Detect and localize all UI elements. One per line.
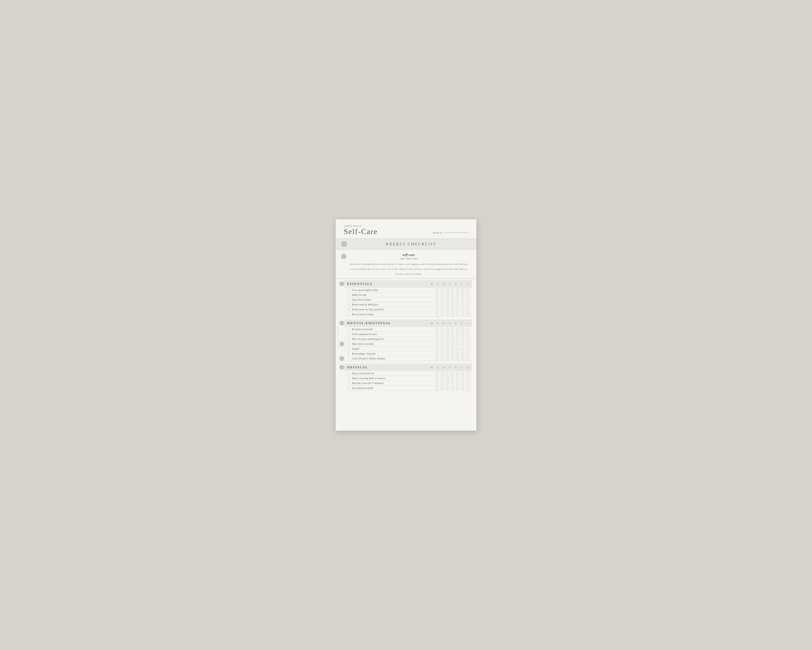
checkbox[interactable]: [446, 347, 449, 350]
checkbox[interactable]: [441, 357, 444, 360]
checkbox[interactable]: [456, 338, 459, 340]
checkbox[interactable]: [435, 377, 438, 380]
checkbox[interactable]: [456, 352, 459, 355]
checkbox[interactable]: [441, 298, 444, 301]
checkbox[interactable]: [456, 372, 459, 375]
checkbox[interactable]: [441, 382, 444, 385]
checkbox[interactable]: [451, 382, 454, 385]
checkbox[interactable]: [451, 298, 454, 301]
checkbox[interactable]: [461, 313, 464, 316]
checkbox[interactable]: [451, 347, 454, 350]
checkbox[interactable]: [446, 357, 449, 360]
checkbox[interactable]: [441, 352, 444, 355]
checkbox[interactable]: [466, 377, 469, 380]
checkbox[interactable]: [441, 303, 444, 306]
checkbox[interactable]: [441, 308, 444, 311]
checkbox[interactable]: [456, 303, 459, 306]
checkbox[interactable]: [446, 352, 449, 355]
checkbox[interactable]: [466, 313, 469, 316]
checkbox[interactable]: [466, 387, 469, 390]
checkbox[interactable]: [446, 377, 449, 380]
checkbox[interactable]: [451, 342, 454, 345]
checkbox[interactable]: [466, 382, 469, 385]
checkbox[interactable]: [446, 333, 449, 336]
checkbox[interactable]: [435, 372, 438, 375]
checkbox[interactable]: [435, 338, 438, 340]
checkbox[interactable]: [446, 293, 449, 296]
checkbox[interactable]: [461, 338, 464, 340]
checkbox[interactable]: [435, 387, 438, 390]
checkbox[interactable]: [461, 303, 464, 306]
checkbox[interactable]: [456, 298, 459, 301]
checkbox[interactable]: [461, 342, 464, 345]
checkbox[interactable]: [435, 288, 438, 291]
checkbox[interactable]: [461, 293, 464, 296]
checkbox[interactable]: [456, 382, 459, 385]
checkbox[interactable]: [451, 308, 454, 311]
checkbox[interactable]: [466, 328, 469, 331]
checkbox[interactable]: [461, 387, 464, 390]
checkbox[interactable]: [441, 387, 444, 390]
checkbox[interactable]: [451, 313, 454, 316]
checkbox[interactable]: [446, 313, 449, 316]
checkbox[interactable]: [451, 357, 454, 360]
checkbox[interactable]: [451, 333, 454, 336]
checkbox[interactable]: [446, 372, 449, 375]
checkbox[interactable]: [456, 387, 459, 390]
checkbox[interactable]: [456, 357, 459, 360]
checkbox[interactable]: [435, 303, 438, 306]
checkbox[interactable]: [446, 382, 449, 385]
checkbox[interactable]: [441, 338, 444, 340]
checkbox[interactable]: [451, 328, 454, 331]
checkbox[interactable]: [446, 342, 449, 345]
checkbox[interactable]: [456, 328, 459, 331]
checkbox[interactable]: [466, 333, 469, 336]
checkbox[interactable]: [446, 387, 449, 390]
checkbox[interactable]: [435, 333, 438, 336]
checkbox[interactable]: [456, 347, 459, 350]
checkbox[interactable]: [466, 347, 469, 350]
checkbox[interactable]: [435, 382, 438, 385]
checkbox[interactable]: [441, 293, 444, 296]
checkbox[interactable]: [466, 288, 469, 291]
checkbox[interactable]: [435, 308, 438, 311]
checkbox[interactable]: [446, 303, 449, 306]
checkbox[interactable]: [461, 328, 464, 331]
checkbox[interactable]: [441, 347, 444, 350]
checkbox[interactable]: [451, 288, 454, 291]
checkbox[interactable]: [435, 347, 438, 350]
checkbox[interactable]: [466, 352, 469, 355]
checkbox[interactable]: [441, 342, 444, 345]
checkbox[interactable]: [451, 372, 454, 375]
checkbox[interactable]: [451, 338, 454, 340]
checkbox[interactable]: [446, 328, 449, 331]
checkbox[interactable]: [466, 338, 469, 340]
checkbox[interactable]: [446, 338, 449, 340]
checkbox[interactable]: [435, 293, 438, 296]
checkbox[interactable]: [435, 352, 438, 355]
checkbox[interactable]: [461, 372, 464, 375]
checkbox[interactable]: [451, 352, 454, 355]
checkbox[interactable]: [456, 333, 459, 336]
checkbox[interactable]: [451, 303, 454, 306]
week-line[interactable]: [444, 232, 468, 233]
checkbox[interactable]: [466, 303, 469, 306]
checkbox[interactable]: [461, 347, 464, 350]
checkbox[interactable]: [461, 308, 464, 311]
checkbox[interactable]: [461, 352, 464, 355]
checkbox[interactable]: [456, 377, 459, 380]
checkbox[interactable]: [451, 387, 454, 390]
checkbox[interactable]: [461, 377, 464, 380]
checkbox[interactable]: [456, 313, 459, 316]
checkbox[interactable]: [441, 288, 444, 291]
checkbox[interactable]: [446, 288, 449, 291]
checkbox[interactable]: [451, 377, 454, 380]
checkbox[interactable]: [441, 328, 444, 331]
checkbox[interactable]: [466, 293, 469, 296]
checkbox[interactable]: [451, 293, 454, 296]
checkbox[interactable]: [461, 357, 464, 360]
checkbox[interactable]: [461, 298, 464, 301]
checkbox[interactable]: [466, 308, 469, 311]
checkbox[interactable]: [461, 288, 464, 291]
checkbox[interactable]: [456, 288, 459, 291]
